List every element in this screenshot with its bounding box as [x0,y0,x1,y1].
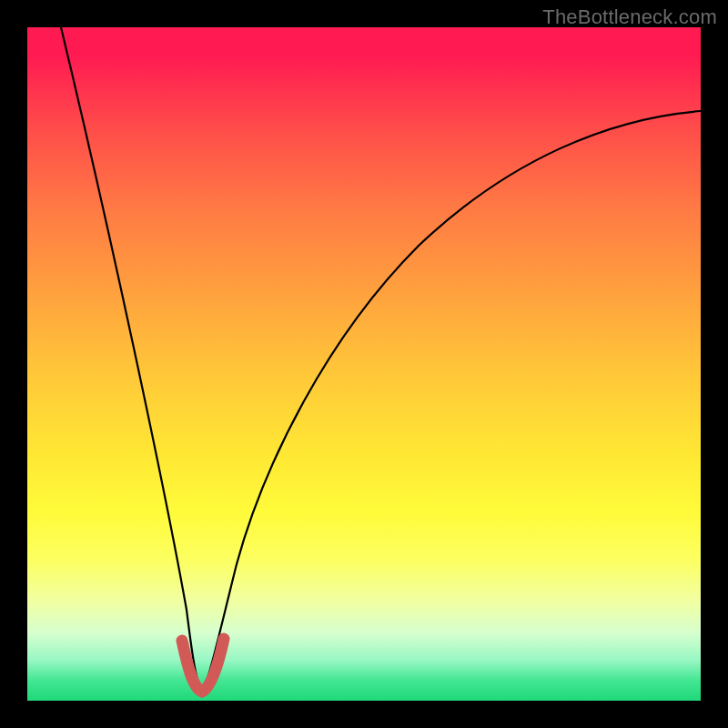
bottleneck-curve [61,27,701,692]
watermark-text: TheBottleneck.com [542,5,717,29]
chart-plot-area [27,27,701,701]
chart-svg [27,27,701,701]
highlight-segment [182,639,224,692]
